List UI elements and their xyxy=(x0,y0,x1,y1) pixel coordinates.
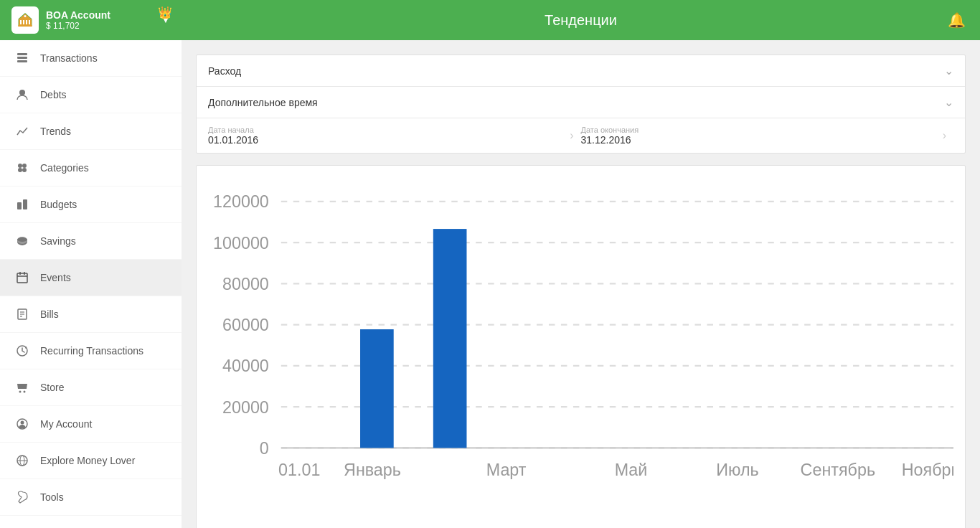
svg-rect-2 xyxy=(20,20,22,24)
svg-rect-3 xyxy=(23,20,24,24)
sidebar-item-bills[interactable]: Bills xyxy=(0,296,182,333)
svg-point-15 xyxy=(22,164,27,168)
recurring-icon xyxy=(14,343,30,359)
store-icon xyxy=(14,380,30,395)
date-end-label: Дата окончания xyxy=(581,126,936,134)
main: Тенденции 🔔 Расход ⌄ Дополнительное врем… xyxy=(182,0,980,528)
sidebar-header: 👑 BOA Account $ 11,7 xyxy=(0,0,182,40)
svg-text:100000: 100000 xyxy=(213,234,269,253)
sidebar-item-label-store: Store xyxy=(40,382,64,393)
svg-rect-18 xyxy=(17,202,22,209)
filter-time-chevron: ⌄ xyxy=(944,95,953,109)
savings-icon xyxy=(14,233,30,249)
explore-icon xyxy=(14,453,30,468)
svg-point-13 xyxy=(19,90,25,95)
tools-icon xyxy=(14,489,30,505)
bills-icon xyxy=(14,306,30,322)
svg-text:40000: 40000 xyxy=(222,357,269,375)
sidebar-item-label-bills: Bills xyxy=(40,308,59,320)
sidebar-item-label-events: Events xyxy=(40,272,71,283)
sidebar-item-events[interactable]: Events xyxy=(0,260,182,296)
svg-text:120000: 120000 xyxy=(213,192,269,211)
svg-text:Май: Май xyxy=(615,461,648,479)
trend-chart: 120000 100000 80000 60000 40000 20000 0 xyxy=(208,177,953,528)
sidebar-item-label-transactions: Transactions xyxy=(40,52,98,64)
bar-january xyxy=(360,329,394,448)
svg-rect-12 xyxy=(17,60,27,62)
sidebar-header-left: BOA Account $ 11,702 xyxy=(11,6,110,34)
sidebar-item-label-my-account: My Account xyxy=(40,418,92,430)
svg-point-16 xyxy=(18,168,22,172)
sidebar-item-categories[interactable]: Categories xyxy=(0,150,182,187)
sidebar-item-label-trends: Trends xyxy=(40,126,71,137)
svg-text:Ноябрь: Ноябрь xyxy=(902,461,953,479)
svg-text:0: 0 xyxy=(260,439,269,458)
sidebar-item-savings[interactable]: Savings xyxy=(0,223,182,260)
filter-type-chevron: ⌄ xyxy=(944,64,953,77)
nav-list: Transactions Debts Trends Categories Bud xyxy=(0,40,182,528)
svg-rect-10 xyxy=(17,53,27,55)
sidebar-item-budgets[interactable]: Budgets xyxy=(0,187,182,223)
sidebar-item-trends[interactable]: Trends xyxy=(0,113,182,150)
account-name: BOA Account xyxy=(46,9,110,21)
date-end-value: 31.12.2016 xyxy=(581,134,936,146)
sidebar-item-label-budgets: Budgets xyxy=(40,199,77,210)
content-area: Расход ⌄ Дополнительное время ⌄ Дата нач… xyxy=(182,40,980,528)
crown-icon: 👑 xyxy=(158,6,172,19)
svg-text:Январь: Январь xyxy=(344,461,401,479)
svg-text:80000: 80000 xyxy=(222,275,269,293)
svg-text:Март: Март xyxy=(486,461,527,479)
sidebar-item-debts[interactable]: Debts xyxy=(0,77,182,113)
topbar: Тенденции 🔔 xyxy=(182,0,980,40)
sidebar-item-store[interactable]: Store xyxy=(0,369,182,406)
trends-icon xyxy=(14,123,30,139)
svg-text:20000: 20000 xyxy=(222,398,269,417)
events-icon xyxy=(14,270,30,286)
filter-time-row[interactable]: Дополнительное время ⌄ xyxy=(197,87,965,118)
sidebar-item-my-account[interactable]: My Account xyxy=(0,406,182,443)
svg-rect-4 xyxy=(26,20,27,24)
svg-point-33 xyxy=(24,391,26,393)
sidebar-item-tools[interactable]: Tools xyxy=(0,479,182,516)
date-range-arrow: › xyxy=(562,129,580,142)
account-balance: $ 11,702 xyxy=(46,21,110,31)
notification-bell-icon[interactable]: 🔔 xyxy=(948,11,966,29)
sidebar-item-transactions[interactable]: Transactions xyxy=(0,40,182,77)
filter-type-row[interactable]: Расход ⌄ xyxy=(197,55,965,87)
sidebar-item-label-savings: Savings xyxy=(40,235,76,247)
sidebar-item-label-recurring: Recurring Transactions xyxy=(40,345,143,357)
my-account-icon xyxy=(14,416,30,432)
transactions-icon xyxy=(14,50,30,66)
page-title: Тенденции xyxy=(545,12,617,29)
filter-type-label: Расход xyxy=(208,65,241,77)
sidebar-item-label-tools: Tools xyxy=(40,491,64,503)
sidebar-item-recurring[interactable]: Recurring Transactions xyxy=(0,333,182,369)
budgets-icon xyxy=(14,197,30,212)
date-start-label: Дата начала xyxy=(208,126,562,134)
svg-text:Сентябрь: Сентябрь xyxy=(801,461,875,479)
date-end-block: Дата окончания 31.12.2016 xyxy=(581,126,936,146)
svg-point-22 xyxy=(17,237,27,242)
bar-february xyxy=(433,229,467,448)
svg-rect-23 xyxy=(17,273,27,283)
chart-panel: 120000 100000 80000 60000 40000 20000 0 xyxy=(196,165,966,528)
sidebar-item-label-categories: Categories xyxy=(40,162,89,174)
bank-icon xyxy=(17,11,34,29)
svg-point-35 xyxy=(21,421,24,425)
svg-point-17 xyxy=(22,168,27,172)
date-end-arrow: › xyxy=(936,129,953,142)
filter-panel: Расход ⌄ Дополнительное время ⌄ Дата нач… xyxy=(196,55,966,154)
sidebar-item-explore[interactable]: Explore Money Lover xyxy=(0,443,182,479)
date-range-row: Дата начала 01.01.2016 › Дата окончания … xyxy=(197,118,965,153)
date-start-block: Дата начала 01.01.2016 xyxy=(208,126,562,146)
date-start-value: 01.01.2016 xyxy=(208,134,562,146)
sidebar-account-info: BOA Account $ 11,702 xyxy=(46,9,110,31)
svg-point-14 xyxy=(18,164,22,168)
svg-point-9 xyxy=(24,15,27,17)
debts-icon xyxy=(14,87,30,103)
categories-icon xyxy=(14,160,30,176)
filter-time-label: Дополнительное время xyxy=(208,97,318,108)
sidebar-item-help[interactable]: ? Help xyxy=(0,516,182,528)
sidebar: 👑 BOA Account $ 11,7 xyxy=(0,0,182,528)
sidebar-logo xyxy=(11,6,39,34)
